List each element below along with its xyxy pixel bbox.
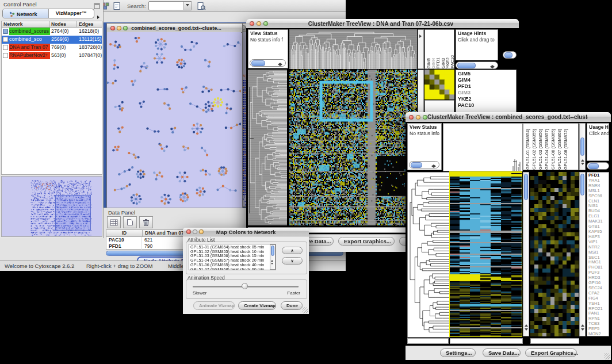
zoom-window-icon[interactable] [263,21,268,26]
close-icon[interactable] [409,115,414,120]
gene-label[interactable]: SEC24 [588,286,609,291]
gene-label[interactable]: PFD1 [588,173,609,178]
column-dendrogram[interactable] [289,29,417,69]
status-scrollbar[interactable] [409,161,439,168]
minimize-icon[interactable] [193,229,197,234]
network-overview[interactable] [1,176,102,237]
gene-label[interactable]: VIP1 [588,240,609,245]
treeview-combined-titlebar[interactable]: ClusterMaker TreeView : combined_scores_… [406,112,611,122]
close-icon[interactable] [250,21,254,26]
attribute-item[interactable]: GPL51-07 (GSM868) heat shock 60 min [190,267,276,270]
gene-label[interactable]: TCB3 [588,321,609,327]
gene-label[interactable]: PFD1 [458,83,516,90]
tab-vizmapper[interactable]: VizMapper™ [49,9,94,18]
gene-label[interactable]: SEC1 [588,255,609,260]
gene-label[interactable]: GPI16 [588,281,609,286]
gene-label[interactable]: RPN1 [588,316,609,321]
attribute-list-vscroll[interactable] [270,244,276,270]
minimize-icon[interactable] [416,115,420,120]
export-graphics-button[interactable]: Export Graphics... [338,237,395,246]
status-scrollbar[interactable] [250,59,286,67]
gene-label[interactable]: YRA1 [588,178,609,183]
hints-scrollbar[interactable] [587,162,609,170]
gene-label[interactable]: NTR2 [588,245,609,250]
annotation-page-icon[interactable] [111,1,123,12]
tab-network[interactable]: Network [3,9,49,18]
gene-label[interactable]: PHO81 [588,265,609,270]
zoom-window-icon[interactable] [423,115,427,120]
column-labels-vscroll[interactable] [579,123,586,170]
gene-label[interactable]: KAP95 [588,229,609,235]
heatmap-vscroll[interactable] [523,172,529,336]
network-table-row[interactable]: combined_sco2569(6)13112(15) [2,36,102,44]
gene-label[interactable]: GTB1 [588,224,609,229]
search-input[interactable] [148,1,192,10]
network-table-row[interactable]: RNAPuberNov2+563(0)107847(0) [2,52,102,60]
hints-scrollbar[interactable] [456,62,498,69]
gene-label[interactable]: BUD4 [588,209,609,214]
export-graphics-button[interactable]: Export Graphics... [525,348,577,357]
col-edges[interactable]: Edges [77,21,102,28]
col-nodes[interactable]: Nodes [49,21,77,28]
heatmap-canvas[interactable] [450,172,522,336]
heatmap-canvas[interactable] [289,70,417,225]
move-down-button[interactable]: ∨ [282,257,303,265]
gene-label[interactable]: CPA2 [588,291,609,296]
gene-label[interactable]: NIS1 [588,204,609,209]
zoom-window-icon[interactable] [123,26,128,30]
dialog-titlebar[interactable]: Map Colors to Network [183,228,309,236]
gene-label[interactable]: GIM5 [458,71,516,77]
done-button[interactable]: Done [281,301,303,310]
network-view-window[interactable]: combined_scores_good.txt--cluste... [106,23,243,208]
gene-label[interactable]: PAN1 [588,311,609,316]
create-vizmap-button[interactable]: Create Vizmap [238,301,276,310]
gene-label[interactable]: HMG1 [588,260,609,265]
gene-label[interactable]: GIM3 [458,90,516,96]
attribute-list[interactable]: GPL51-01 (GSM854) heat shock 05 minGPL51… [189,244,276,270]
dendro-scroll-gutter[interactable] [418,29,424,69]
new-page-icon[interactable] [123,216,137,228]
zoom-vscroll[interactable] [579,172,586,336]
treeview-dna-titlebar[interactable]: ClusterMaker TreeView : DNA and Tran 07-… [246,19,519,29]
gene-label[interactable]: MON2 [588,332,609,336]
search-dropdown-icon[interactable] [183,2,192,10]
gene-label[interactable]: PEP5 [588,327,609,332]
close-icon[interactable] [186,229,191,234]
minimize-icon[interactable] [117,26,121,30]
dendro-hscroll[interactable] [407,338,449,344]
zoom-scrollbar[interactable] [503,51,517,59]
move-up-button[interactable]: ∧ [282,247,303,254]
zoom-heatmap-canvas[interactable] [424,70,454,99]
animate-vizmap-button[interactable]: Animate Vizmap [193,301,235,310]
overview-viewport[interactable] [55,195,91,231]
gene-label[interactable]: RNR4 [588,183,609,189]
trash-icon[interactable] [139,216,153,228]
table-grid-icon[interactable] [107,216,121,228]
gene-label[interactable]: HAP3 [588,235,609,240]
gene-label[interactable]: HRD3 [588,275,609,281]
speed-slider-thumb[interactable] [242,283,248,289]
gene-label[interactable]: MSL1 [588,189,609,194]
zoom-window-icon[interactable] [199,229,204,234]
row-dendrogram[interactable] [248,70,287,225]
gene-label[interactable]: PUF3 [588,270,609,275]
network-window-titlebar[interactable]: combined_scores_good.txt--cluste... [107,24,242,33]
settings-button[interactable]: Settings... [440,348,476,357]
gene-label[interactable]: CLN1 [588,199,609,204]
close-icon[interactable] [110,26,115,30]
gene-label[interactable]: RPO21 [588,306,609,312]
gene-label[interactable]: MSI1 [588,250,609,255]
network-table-row[interactable]: DNA and Tran 07769(0)183728(0) [2,44,102,52]
heatmap-hscroll[interactable] [450,338,523,344]
float-panel-icon[interactable] [94,1,100,12]
gene-label[interactable]: PAC10 [458,102,516,109]
resize-grip-icon[interactable] [604,353,610,359]
tab-overflow-icon[interactable] [97,11,101,21]
gene-label[interactable]: FIG4 [588,296,609,301]
column-dendrogram[interactable] [443,123,523,171]
gene-label[interactable]: MAK31 [588,219,609,224]
gene-label[interactable]: YSH1 [588,301,609,306]
col-network[interactable]: Network [1,21,49,28]
network-canvas[interactable] [107,32,241,207]
gene-label[interactable]: GIM4 [458,77,516,83]
